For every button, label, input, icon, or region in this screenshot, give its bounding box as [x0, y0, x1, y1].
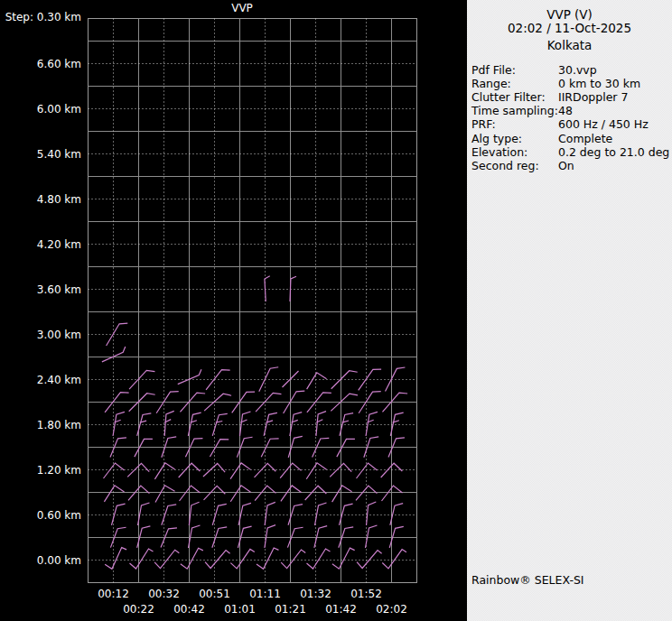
info-label: Range: — [471, 77, 558, 90]
x-axis-time-label: 02:02 — [376, 603, 407, 616]
info-value: 0 km to 30 km — [558, 77, 672, 90]
wind-barb-stroke — [135, 435, 153, 460]
x-axis-time-label: 01:21 — [275, 603, 306, 616]
info-label: Time sampling: — [471, 104, 558, 117]
info-value: 600 Hz / 450 Hz — [558, 117, 672, 131]
info-row: Time sampling:48 — [471, 104, 672, 117]
wind-barb-stroke — [204, 548, 230, 570]
wind-barb — [154, 548, 180, 570]
wind-barb — [180, 388, 205, 418]
wind-barb-stroke — [138, 503, 150, 525]
wind-barb — [307, 549, 331, 569]
wind-barb — [135, 435, 153, 460]
info-value: 48 — [558, 104, 672, 117]
wind-barb — [290, 412, 302, 437]
info-row: Range:0 km to 30 km — [471, 77, 672, 90]
panel-site: Kolkata — [467, 39, 672, 52]
plot-canvas: Step: 0.30 km VVP 6.60 km6.00 km5.40 km4… — [0, 0, 467, 621]
info-row: Second reg:On — [471, 159, 672, 172]
wind-barb-stroke — [210, 435, 229, 460]
info-label: PRF: — [471, 117, 558, 131]
wind-barb — [281, 548, 306, 570]
wind-barb — [210, 435, 229, 460]
wind-barb — [113, 412, 125, 436]
wind-barb — [265, 276, 271, 301]
wind-barb-stroke — [261, 435, 278, 460]
wind-barb-stroke — [331, 485, 353, 502]
wind-barb-stroke — [390, 503, 403, 526]
wind-barb-stroke — [163, 411, 175, 436]
wind-barb — [390, 503, 403, 526]
y-axis-label: 3.60 km — [37, 283, 81, 296]
wind-barb-stroke — [314, 525, 327, 549]
wind-barb — [390, 412, 403, 437]
wind-barb-stroke — [154, 548, 180, 570]
wind-barb — [180, 548, 204, 570]
wind-barb-stroke — [307, 549, 331, 569]
wind-barb-stroke — [356, 548, 382, 570]
wind-barb-stroke — [307, 388, 331, 417]
wind-barb — [315, 412, 327, 436]
info-list: Pdf File:30.vvpRange:0 km to 30 kmClutte… — [471, 63, 672, 173]
x-axis-time-label: 00:32 — [148, 588, 180, 600]
wind-barb-stroke — [103, 485, 125, 502]
wind-barb — [189, 525, 201, 548]
wind-barb — [280, 486, 302, 502]
info-row: Alg type:Complete — [471, 132, 672, 145]
wind-barb — [255, 462, 277, 479]
wind-barb — [129, 366, 154, 395]
x-axis-time-label: 01:01 — [224, 603, 256, 616]
wind-barb-stroke — [240, 412, 251, 436]
wind-barb-stroke — [366, 412, 378, 436]
wind-barb-stroke — [264, 525, 276, 548]
wind-barb — [307, 388, 331, 417]
wind-barb-stroke — [103, 547, 129, 570]
wind-barb-stroke — [290, 412, 302, 437]
plot-border — [89, 19, 417, 583]
y-axis-label: 2.40 km — [37, 374, 81, 386]
info-row: Elevation:0.2 deg to 21.0 deg — [471, 145, 672, 159]
info-row: Pdf File:30.vvp — [471, 63, 672, 77]
wind-barb — [130, 549, 154, 569]
wind-barb-stroke — [366, 525, 378, 548]
info-label: Alg type: — [471, 132, 558, 145]
wind-barb — [261, 435, 278, 460]
info-value: IIRDoppler 7 — [558, 90, 672, 104]
wind-barb-stroke — [206, 366, 230, 394]
wind-barb-stroke — [230, 549, 255, 570]
wind-barb-stroke — [265, 276, 271, 301]
wind-barb-stroke — [154, 484, 176, 502]
grid-layer — [89, 19, 417, 583]
wind-barb — [305, 462, 327, 479]
plot-title: VVP — [231, 2, 253, 14]
wind-barb-layer — [101, 276, 407, 570]
wind-barb-stroke — [390, 412, 403, 437]
wind-barb — [103, 485, 125, 502]
wind-barb — [163, 411, 175, 436]
wind-barb-stroke — [337, 435, 355, 460]
info-row: PRF:600 Hz / 450 Hz — [471, 117, 672, 131]
wind-barb — [331, 548, 356, 570]
wind-barb-stroke — [255, 547, 280, 570]
wind-barb-stroke — [130, 549, 154, 569]
wind-barb — [204, 548, 230, 570]
wind-barb — [255, 547, 280, 570]
wind-barb-stroke — [382, 388, 407, 418]
vvp-time-height-plot: Step: 0.30 km VVP 6.60 km6.00 km5.40 km4… — [0, 0, 467, 621]
info-label: Pdf File: — [471, 63, 558, 77]
x-axis-time-label: 00:12 — [98, 588, 129, 600]
wind-barb-stroke — [281, 548, 306, 570]
wind-barb — [154, 462, 175, 479]
y-axis-label: 5.40 km — [37, 148, 81, 161]
wind-barb — [331, 485, 353, 502]
wind-barb-stroke — [305, 462, 327, 479]
wind-barb-stroke — [101, 347, 126, 362]
wind-barb — [314, 525, 327, 549]
x-axis-time-label: 01:52 — [350, 588, 382, 600]
wind-barb-stroke — [256, 388, 281, 418]
wind-barb-stroke — [238, 503, 251, 525]
wind-barb-stroke — [188, 412, 201, 437]
wind-barb-stroke — [331, 548, 356, 570]
wind-barb — [290, 276, 296, 301]
info-value: 30.vvp — [558, 63, 672, 77]
